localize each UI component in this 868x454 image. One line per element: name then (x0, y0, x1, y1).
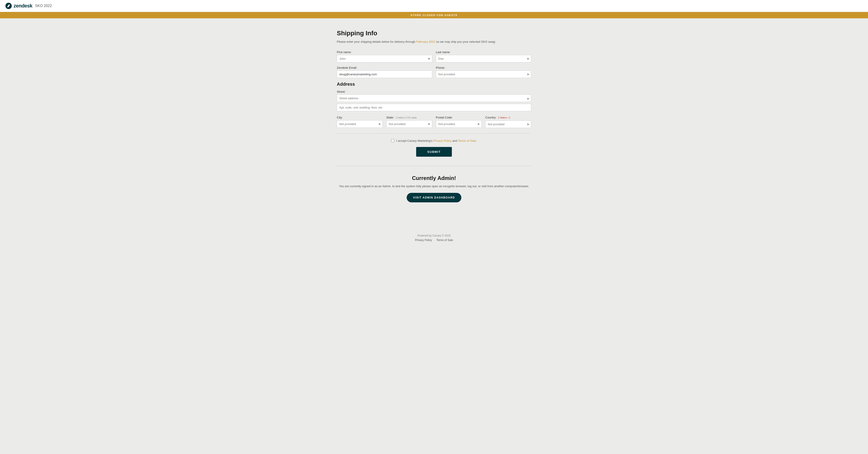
first-name-label: First name: (337, 51, 432, 54)
postal-wrapper: ▶ (436, 120, 482, 128)
privacy-policy-link[interactable]: Privacy Policy (433, 139, 452, 143)
phone-group: Phone: ▶ (436, 66, 531, 78)
street-label: Street: (337, 90, 531, 93)
first-name-clear-btn[interactable]: ▶ (428, 57, 430, 60)
city-group: City: ▶ (337, 116, 383, 128)
page-description: Please enter your shipping details below… (337, 39, 531, 44)
terms-label: I accept Canary Marketing's Privacy Poli… (396, 139, 477, 143)
last-name-input[interactable] (436, 55, 531, 62)
last-name-label: Last name: (436, 51, 531, 54)
footer-links: Privacy Policy Terms of Sale (4, 239, 864, 242)
logo-text: zendesk (13, 3, 32, 9)
city-clear-btn[interactable]: ▶ (379, 122, 381, 125)
street-group: Street: ▶ (337, 90, 531, 112)
state-group: State: 2 letters if US state ▶ (386, 116, 432, 128)
country-wrapper: ▶ (485, 121, 531, 128)
admin-description: You are currently signed in as an Admin.… (337, 184, 531, 188)
postal-input[interactable] (436, 120, 482, 128)
first-name-group: First name: ▶ (337, 51, 432, 62)
logo-subtitle: SKO 2022 (35, 4, 52, 8)
state-clear-btn[interactable]: ▶ (428, 122, 430, 125)
street-line2-wrapper (337, 104, 531, 112)
country-info-icon: ⓘ (508, 116, 510, 119)
street-line1-input[interactable] (337, 94, 531, 102)
email-group: Zendesk Email: (337, 66, 432, 78)
phone-wrapper: ▶ (436, 70, 531, 78)
postal-label: Postal Code: (436, 116, 482, 119)
state-note: 2 letters if US state (396, 116, 417, 119)
email-wrapper (337, 70, 432, 78)
address-section-title: Address (337, 82, 531, 87)
state-wrapper: ▶ (386, 120, 432, 128)
logo: zendesk SKO 2022 (5, 3, 52, 9)
powered-by: Powered by Canary © 2023 (4, 234, 864, 237)
first-name-input[interactable] (337, 55, 432, 62)
city-wrapper: ▶ (337, 120, 383, 128)
phone-label: Phone: (436, 66, 531, 69)
city-input[interactable] (337, 120, 383, 128)
terms-checkbox[interactable] (391, 139, 394, 142)
admin-title: Currently Admin! (337, 175, 531, 181)
site-header: zendesk SKO 2022 (0, 0, 868, 12)
last-name-group: Last name: ▶ (436, 51, 531, 62)
name-row: First name: ▶ Last name: ▶ (337, 51, 531, 62)
submit-button[interactable]: SUBMIT (416, 147, 452, 157)
postal-clear-btn[interactable]: ▶ (478, 122, 480, 125)
last-name-clear-btn[interactable]: ▶ (527, 57, 529, 60)
date-link[interactable]: February 2022 (416, 40, 435, 43)
email-phone-row: Zendesk Email: Phone: ▶ (337, 66, 531, 78)
street-line1-clear-btn[interactable]: ▶ (527, 97, 529, 100)
country-note: 2 letters ⓘ (498, 116, 510, 119)
state-label: State: 2 letters if US state (386, 116, 432, 119)
address-details-row: City: ▶ State: 2 letters if US state ▶ P… (337, 116, 531, 128)
postal-group: Postal Code: ▶ (436, 116, 482, 128)
footer-privacy-policy-link[interactable]: Privacy Policy (415, 239, 432, 242)
page-title: Shipping Info (337, 30, 531, 37)
email-label: Zendesk Email: (337, 66, 432, 69)
footer-terms-of-sale-link[interactable]: Terms of Sale (436, 239, 453, 242)
city-label: City: (337, 116, 383, 119)
country-label: Country: 2 letters ⓘ (485, 116, 531, 119)
country-input[interactable] (485, 121, 531, 128)
admin-dashboard-button[interactable]: VISIT ADMIN DASHBOARD (407, 193, 461, 202)
first-name-wrapper: ▶ (337, 55, 432, 62)
zendesk-logo-icon (5, 3, 12, 9)
street-line2-input[interactable] (337, 104, 531, 111)
terms-checkbox-row: I accept Canary Marketing's Privacy Poli… (337, 139, 531, 143)
street-line1-wrapper: ▶ (337, 94, 531, 103)
main-content: Shipping Info Please enter your shipping… (332, 18, 536, 225)
state-input[interactable] (386, 120, 432, 128)
phone-clear-btn[interactable]: ▶ (527, 72, 529, 76)
email-input[interactable] (337, 70, 432, 78)
submit-btn-wrap: SUBMIT (337, 147, 531, 157)
admin-section: Currently Admin! You are currently signe… (337, 175, 531, 203)
terms-of-sale-link[interactable]: Terms of Sale (458, 139, 476, 143)
phone-input[interactable] (436, 70, 531, 78)
store-closed-banner: STORE CLOSED FOR GUESTS (0, 12, 868, 18)
last-name-wrapper: ▶ (436, 55, 531, 62)
country-group: Country: 2 letters ⓘ ▶ (485, 116, 531, 128)
country-clear-btn[interactable]: ▶ (527, 123, 529, 126)
page-footer: Powered by Canary © 2023 Privacy Policy … (0, 230, 868, 246)
